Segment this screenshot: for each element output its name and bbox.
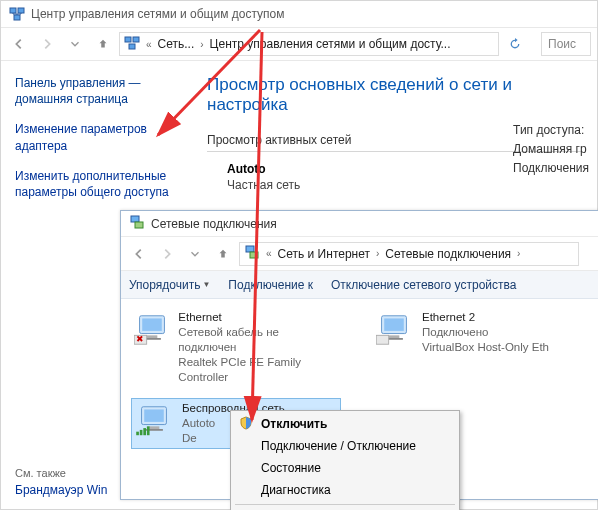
- svg-rect-12: [147, 335, 158, 338]
- svg-rect-5: [129, 44, 135, 49]
- see-also-label: См. также: [15, 467, 66, 479]
- menu-disable[interactable]: Отключить: [233, 413, 457, 435]
- window2-breadcrumb-bar: « Сеть и Интернет › Сетевые подключения …: [121, 237, 598, 271]
- shield-icon: [239, 416, 253, 433]
- connections-label: Подключения: [513, 159, 589, 178]
- svg-rect-23: [149, 426, 160, 429]
- history-dropdown[interactable]: [183, 242, 207, 266]
- chevron-right-icon: ›: [515, 248, 522, 259]
- svg-rect-27: [143, 428, 146, 435]
- connection-name: Ethernet 2: [422, 310, 549, 325]
- connect-to-button[interactable]: Подключение к: [228, 278, 313, 292]
- connection-status: Сетевой кабель не подключен: [178, 325, 338, 355]
- breadcrumb-seg1[interactable]: Сеть...: [158, 37, 195, 51]
- adapter-settings-link[interactable]: Изменение параметров адаптера: [15, 121, 177, 153]
- chevron-right-icon: ›: [374, 248, 381, 259]
- firewall-link[interactable]: Брандмауэр Win: [15, 483, 107, 497]
- breadcrumb-seg2[interactable]: Центр управления сетями и общим досту...: [210, 37, 451, 51]
- svg-rect-28: [147, 426, 150, 435]
- breadcrumb-seg2[interactable]: Сетевые подключения: [385, 247, 511, 261]
- connection-device: VirtualBox Host-Only Eth: [422, 340, 549, 355]
- advanced-sharing-link[interactable]: Изменить дополнительные параметры общего…: [15, 168, 177, 200]
- window2-toolbar: Упорядочить▼ Подключение к Отключение се…: [121, 271, 598, 299]
- forward-button[interactable]: [35, 32, 59, 56]
- breadcrumb-seg1[interactable]: Сеть и Интернет: [278, 247, 370, 261]
- network-center-icon: [9, 6, 25, 22]
- svg-rect-3: [125, 37, 131, 42]
- window1-breadcrumb-bar: « Сеть... › Центр управления сетями и об…: [1, 27, 597, 61]
- window1-titlebar: Центр управления сетями и общим доступом: [1, 1, 597, 27]
- back-button[interactable]: [127, 242, 151, 266]
- svg-rect-9: [250, 252, 258, 258]
- up-button[interactable]: [211, 242, 235, 266]
- window1-title: Центр управления сетями и общим доступом: [31, 7, 285, 21]
- disable-device-button[interactable]: Отключение сетевого устройства: [331, 278, 516, 292]
- chevron-icon: «: [264, 248, 274, 259]
- window2-title: Сетевые подключения: [151, 217, 277, 231]
- homegroup-label: Домашняя гр: [513, 140, 589, 159]
- menu-separator: [235, 504, 455, 505]
- refresh-button[interactable]: [503, 32, 527, 56]
- search-placeholder: Поис: [548, 37, 576, 51]
- network-connections-icon: [129, 214, 145, 233]
- connection-item-ethernet2[interactable]: Ethernet 2 Подключено VirtualBox Host-On…: [371, 307, 581, 388]
- svg-rect-18: [389, 335, 400, 338]
- wifi-icon: [134, 401, 174, 441]
- network-center-icon: [124, 35, 140, 54]
- menu-connect-disconnect[interactable]: Подключение / Отключение: [233, 435, 457, 457]
- connection-device: Realtek PCIe FE Family Controller: [178, 355, 338, 385]
- chevron-icon: «: [144, 39, 154, 50]
- svg-rect-0: [10, 8, 16, 13]
- connection-status: Подключено: [422, 325, 549, 340]
- forward-button[interactable]: [155, 242, 179, 266]
- svg-rect-2: [14, 15, 20, 20]
- menu-diagnostics[interactable]: Диагностика: [233, 479, 457, 501]
- access-type-label: Тип доступа:: [513, 121, 589, 140]
- breadcrumb-path[interactable]: « Сеть... › Центр управления сетями и об…: [119, 32, 499, 56]
- chevron-right-icon: ›: [198, 39, 205, 50]
- context-menu: Отключить Подключение / Отключение Состо…: [230, 410, 460, 510]
- svg-rect-1: [18, 8, 24, 13]
- svg-rect-8: [246, 246, 254, 252]
- back-button[interactable]: [7, 32, 31, 56]
- history-dropdown[interactable]: [63, 32, 87, 56]
- connection-name: Ethernet: [178, 310, 338, 325]
- menu-status[interactable]: Состояние: [233, 457, 457, 479]
- svg-rect-17: [384, 318, 404, 330]
- window2-titlebar: Сетевые подключения: [121, 211, 598, 237]
- svg-rect-26: [140, 430, 143, 435]
- ethernet-icon: ✖: [134, 310, 170, 350]
- svg-text:✖: ✖: [136, 334, 144, 344]
- network-props: Тип доступа: Домашняя гр Подключения: [513, 121, 589, 179]
- svg-rect-25: [136, 431, 139, 435]
- ethernet-icon: [374, 310, 414, 350]
- up-button[interactable]: [91, 32, 115, 56]
- connection-item-ethernet[interactable]: ✖ Ethernet Сетевой кабель не подключен R…: [131, 307, 341, 388]
- svg-rect-22: [144, 409, 164, 421]
- svg-rect-6: [131, 216, 139, 222]
- svg-rect-7: [135, 222, 143, 228]
- control-panel-home-link[interactable]: Панель управления — домашняя страница: [15, 75, 177, 107]
- breadcrumb-path[interactable]: « Сеть и Интернет › Сетевые подключения …: [239, 242, 579, 266]
- network-connections-icon: [244, 244, 260, 263]
- svg-rect-4: [133, 37, 139, 42]
- organize-button[interactable]: Упорядочить▼: [129, 278, 210, 292]
- network-type: Частная сеть: [207, 178, 581, 192]
- svg-rect-11: [142, 318, 162, 330]
- svg-rect-20: [376, 335, 388, 344]
- search-input[interactable]: Поис: [541, 32, 591, 56]
- page-title: Просмотр основных сведений о сети и наст…: [207, 75, 581, 115]
- chevron-down-icon: ▼: [202, 280, 210, 289]
